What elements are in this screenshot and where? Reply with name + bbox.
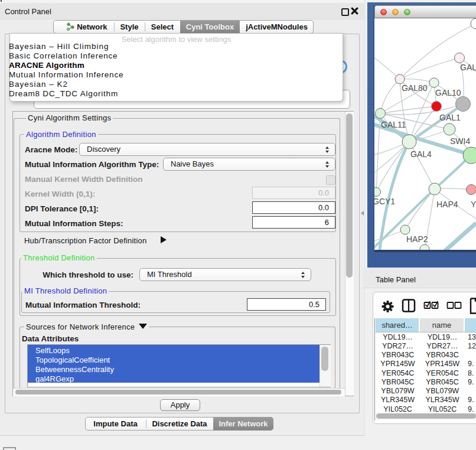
svg-text:GAL: GAL bbox=[460, 63, 476, 72]
svg-text:GAL11: GAL11 bbox=[381, 120, 406, 129]
svg-text:GAL10: GAL10 bbox=[435, 88, 461, 97]
svg-text:GAL80: GAL80 bbox=[402, 83, 428, 93]
svg-text:Y: Y bbox=[471, 200, 476, 209]
svg-text:GCY1: GCY1 bbox=[374, 197, 395, 206]
svg-text:GAL4: GAL4 bbox=[410, 149, 432, 159]
svg-text:GAL1: GAL1 bbox=[439, 113, 461, 122]
svg-text:HAP2: HAP2 bbox=[406, 234, 428, 244]
svg-text:HAP4: HAP4 bbox=[436, 200, 458, 209]
svg-text:SWI4: SWI4 bbox=[450, 136, 470, 146]
